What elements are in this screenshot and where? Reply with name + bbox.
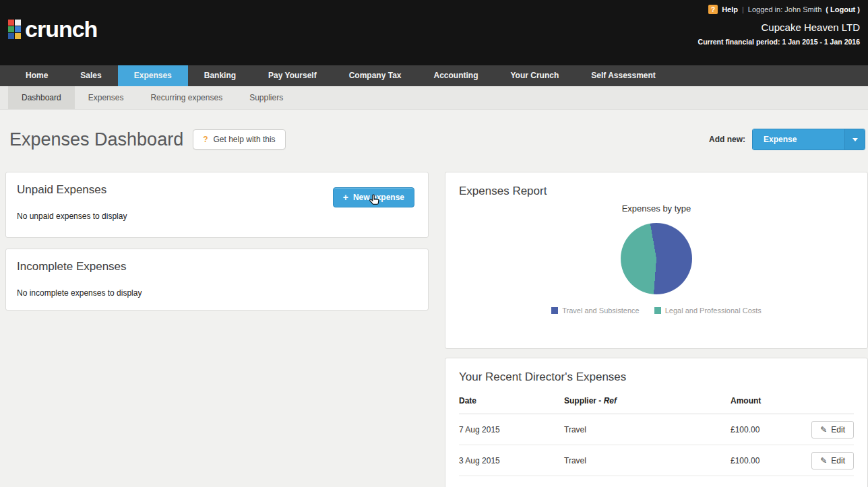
- help-icon[interactable]: ?: [708, 5, 718, 14]
- legend-label-legal: Legal and Professional Costs: [665, 306, 762, 315]
- subnav-item-suppliers[interactable]: Suppliers: [236, 86, 297, 109]
- right-column: Expenses Report Expenses by type Travel …: [445, 172, 868, 487]
- incomplete-empty-text: No incomplete expenses to display: [17, 288, 417, 298]
- crunch-logo-text: crunch: [25, 18, 97, 40]
- edit-label: Edit: [831, 456, 845, 465]
- legend-swatch-legal: [654, 307, 661, 314]
- table-row: 3 Aug 2015 Travel £100.00 ✎ Edit: [459, 445, 854, 476]
- left-column: Unpaid Expenses + New expense No unpaid …: [5, 172, 429, 311]
- financial-period-value: 1 Jan 2015 - 1 Jan 2016: [782, 38, 860, 46]
- nav-item-accounting[interactable]: Accounting: [417, 65, 494, 86]
- recent-expenses-title: Your Recent Director's Expenses: [459, 370, 854, 384]
- company-name: Cupcake Heaven LTD: [698, 22, 860, 33]
- subnav-item-dashboard[interactable]: Dashboard: [8, 86, 75, 109]
- incomplete-expenses-title: Incomplete Expenses: [17, 260, 417, 273]
- table-row: 7 Aug 2015 Travel £100.00 ✎ Edit: [459, 414, 854, 445]
- nav-item-home[interactable]: Home: [9, 65, 64, 86]
- plus-icon: +: [343, 193, 348, 202]
- unpaid-empty-text: No unpaid expenses to display: [17, 212, 417, 221]
- separator: |: [742, 5, 744, 13]
- pencil-icon: ✎: [820, 425, 827, 434]
- add-new-expense-dropdown[interactable]: Expense: [752, 129, 865, 150]
- dropdown-toggle[interactable]: [844, 129, 865, 150]
- main-nav: Home Sales Expenses Banking Pay Yourself…: [0, 65, 868, 86]
- subnav-item-recurring-expenses[interactable]: Recurring expenses: [137, 86, 236, 109]
- topbar: crunch ? Help | Logged in: John Smith ( …: [0, 0, 868, 65]
- help-link[interactable]: Help: [722, 5, 738, 13]
- question-icon: ?: [203, 135, 208, 144]
- expenses-report-title: Expenses Report: [459, 185, 854, 198]
- chart-legend: Travel and Subsistence Legal and Profess…: [459, 306, 854, 315]
- cell-supplier: Travel: [564, 456, 731, 465]
- chevron-down-icon: [852, 138, 858, 141]
- pie-chart: [621, 223, 692, 294]
- crunch-logo[interactable]: crunch: [8, 18, 97, 40]
- recent-expenses-table: Date Supplier - Ref Amount 7 Aug 2015 Tr…: [459, 396, 854, 476]
- crunch-logo-icon: [8, 20, 21, 39]
- pencil-icon: ✎: [820, 456, 827, 465]
- financial-period: Current financial period: 1 Jan 2015 - 1…: [698, 38, 860, 46]
- cell-amount: £100.00: [731, 456, 796, 465]
- expenses-report-card: Expenses Report Expenses by type Travel …: [445, 172, 868, 349]
- nav-item-self-assessment[interactable]: Self Assessment: [575, 65, 672, 86]
- nav-item-your-crunch[interactable]: Your Crunch: [494, 65, 575, 86]
- nav-item-expenses[interactable]: Expenses: [118, 65, 188, 86]
- chart-title: Expenses by type: [459, 203, 854, 214]
- edit-label: Edit: [831, 425, 845, 434]
- sub-nav: Dashboard Expenses Recurring expenses Su…: [0, 86, 868, 110]
- add-new-label: Add new:: [709, 135, 745, 144]
- column-date: Date: [459, 396, 564, 405]
- recent-expenses-card: Your Recent Director's Expenses Date Sup…: [445, 358, 868, 487]
- edit-button[interactable]: ✎ Edit: [811, 421, 854, 439]
- topbar-right: ? Help | Logged in: John Smith ( Logout …: [698, 5, 860, 46]
- legend-item: Legal and Professional Costs: [654, 306, 762, 315]
- cell-date: 7 Aug 2015: [459, 425, 564, 434]
- get-help-label: Get help with this: [214, 135, 276, 144]
- table-header-row: Date Supplier - Ref Amount: [459, 396, 854, 414]
- column-amount: Amount: [731, 396, 796, 405]
- topbar-user-row: ? Help | Logged in: John Smith ( Logout …: [698, 5, 860, 14]
- nav-item-banking[interactable]: Banking: [188, 65, 252, 86]
- cell-supplier: Travel: [564, 425, 731, 434]
- page: crunch ? Help | Logged in: John Smith ( …: [0, 0, 868, 487]
- new-expense-label: New expense: [353, 193, 404, 202]
- get-help-button[interactable]: ? Get help with this: [193, 129, 285, 150]
- financial-period-label: Current financial period:: [698, 38, 780, 46]
- subnav-item-expenses[interactable]: Expenses: [75, 86, 137, 109]
- add-new-expense-button[interactable]: Expense: [753, 129, 844, 150]
- edit-button[interactable]: ✎ Edit: [811, 452, 854, 469]
- nav-item-company-tax[interactable]: Company Tax: [333, 65, 418, 86]
- unpaid-expenses-card: Unpaid Expenses + New expense No unpaid …: [5, 172, 429, 238]
- nav-item-pay-yourself[interactable]: Pay Yourself: [252, 65, 333, 86]
- incomplete-expenses-card: Incomplete Expenses No incomplete expens…: [5, 249, 429, 311]
- page-title: Expenses Dashboard: [9, 129, 183, 150]
- legend-label-travel: Travel and Subsistence: [562, 306, 640, 315]
- cell-amount: £100.00: [731, 425, 796, 434]
- cell-date: 3 Aug 2015: [459, 456, 564, 465]
- column-supplier-ref: Supplier - Ref: [564, 396, 731, 405]
- legend-swatch-travel: [551, 307, 558, 314]
- legend-item: Travel and Subsistence: [551, 306, 640, 315]
- logged-in-text: Logged in: John Smith: [748, 5, 822, 13]
- page-header: Expenses Dashboard ? Get help with this …: [0, 110, 868, 153]
- logout-link[interactable]: ( Logout ): [826, 5, 860, 13]
- new-expense-button[interactable]: + New expense: [333, 187, 414, 207]
- nav-item-sales[interactable]: Sales: [64, 65, 117, 86]
